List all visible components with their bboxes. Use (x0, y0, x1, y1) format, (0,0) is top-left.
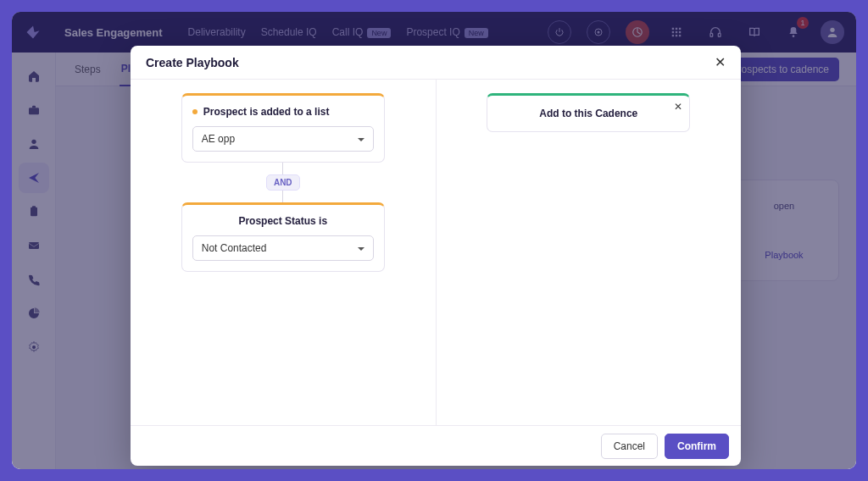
list-select[interactable]: AE opp (192, 126, 374, 152)
status-select-value: Not Contacted (202, 242, 267, 254)
condition-card-status: Prospect Status is Not Contacted (181, 202, 385, 272)
action-card[interactable]: Add to this Cadence ✕ (487, 93, 690, 132)
connector-line (282, 163, 283, 174)
confirm-button[interactable]: Confirm (665, 434, 729, 459)
condition-card-list: Prospect is added to a list AE opp (181, 93, 385, 163)
close-icon[interactable]: ✕ (715, 54, 726, 70)
connector-line (282, 191, 283, 202)
conditions-panel: Prospect is added to a list AE opp AND P… (131, 80, 437, 425)
and-chip: AND (266, 174, 300, 191)
modal-title: Create Playbook (146, 56, 239, 69)
actions-panel: Add to this Cadence ✕ (437, 80, 742, 425)
create-playbook-modal: Create Playbook ✕ Prospect is added to a… (131, 46, 741, 466)
condition1-title: Prospect is added to a list (203, 106, 330, 118)
action-label: Add to this Cadence (539, 108, 637, 119)
bullet-icon (192, 109, 198, 114)
cancel-button[interactable]: Cancel (601, 434, 658, 459)
condition2-title: Prospect Status is (238, 215, 327, 227)
status-select[interactable]: Not Contacted (192, 235, 374, 261)
remove-action-icon[interactable]: ✕ (674, 101, 682, 113)
list-select-value: AE opp (202, 133, 235, 145)
